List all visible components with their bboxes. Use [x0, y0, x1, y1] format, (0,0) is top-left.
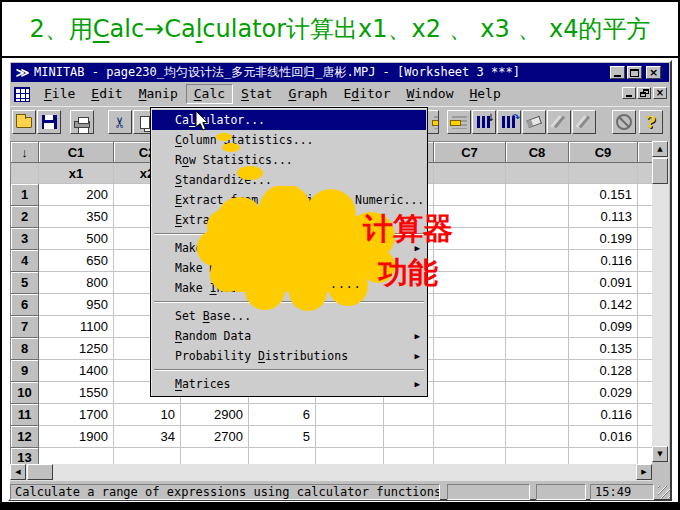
row-number-13[interactable]: 13 — [11, 448, 39, 465]
menu-window[interactable]: Window — [399, 84, 462, 104]
menu-file[interactable]: File — [36, 84, 83, 104]
scroll-left-button[interactable]: ◀ — [10, 464, 26, 480]
cell-c1-r3[interactable]: 500 — [39, 228, 114, 250]
menu-item-row-statistics[interactable]: Row Statistics... — [152, 150, 426, 170]
cell-c3-r13[interactable] — [181, 448, 249, 465]
plot-button[interactable]: ↓ — [472, 110, 496, 134]
menu-help[interactable]: Help — [461, 84, 508, 104]
row-number-3[interactable]: 3 — [11, 228, 39, 250]
cell-c9-r12[interactable]: 0.016 — [569, 426, 638, 448]
cell-c7-r11[interactable] — [434, 404, 506, 426]
brush-button-2[interactable] — [572, 110, 596, 134]
cell-c7-r1[interactable] — [434, 184, 506, 206]
help-button[interactable]: ? — [639, 110, 663, 134]
horizontal-scrollbar[interactable]: ◀ ▶ — [10, 464, 652, 481]
vertical-scrollbar[interactable]: ▲ ▼ — [652, 141, 669, 462]
cell-c7-r8[interactable] — [434, 338, 506, 360]
menu-manip[interactable]: Manip — [131, 84, 186, 104]
cell-c3-r11[interactable]: 2900 — [181, 404, 249, 426]
cell-c1-r5[interactable]: 800 — [39, 272, 114, 294]
cell-c9-r13[interactable] — [569, 448, 638, 465]
menu-item-column-statistics[interactable]: Column Statistics... — [152, 130, 426, 150]
maximize-button[interactable] — [627, 66, 642, 79]
var-name-c8[interactable] — [506, 163, 569, 184]
cancel-button[interactable] — [612, 110, 636, 134]
cell-c6-r13[interactable] — [384, 448, 434, 465]
cell-c9-r11[interactable]: 0.116 — [569, 404, 638, 426]
cell-c5-r12[interactable] — [316, 426, 384, 448]
cell-c1-r11[interactable]: 1700 — [39, 404, 114, 426]
var-name-c1[interactable]: x1 — [39, 163, 114, 184]
cut-button[interactable]: ✂ — [108, 110, 132, 134]
row-number-1[interactable]: 1 — [11, 184, 39, 206]
print-button[interactable] — [70, 110, 94, 134]
cell-c7-r9[interactable] — [434, 360, 506, 382]
cell-c5-r11[interactable] — [316, 404, 384, 426]
row-number-5[interactable]: 5 — [11, 272, 39, 294]
cell-c1-r2[interactable]: 350 — [39, 206, 114, 228]
cell-c7-r7[interactable] — [434, 316, 506, 338]
cell-c2-r12[interactable]: 34 — [114, 426, 181, 448]
cell-c8-r7[interactable] — [506, 316, 569, 338]
cell-c9-r1[interactable]: 0.151 — [569, 184, 638, 206]
cell-c7-r10[interactable] — [434, 382, 506, 404]
open-button[interactable] — [12, 110, 36, 134]
cell-c3-r12[interactable]: 2700 — [181, 426, 249, 448]
cell-c1-r12[interactable]: 1900 — [39, 426, 114, 448]
cell-c9-r4[interactable]: 0.116 — [569, 250, 638, 272]
cell-c8-r1[interactable] — [506, 184, 569, 206]
menu-item-probability-distributions[interactable]: Probability Distributions▶ — [152, 346, 426, 366]
row-number-4[interactable]: 4 — [11, 250, 39, 272]
vertical-scroll-thumb[interactable] — [652, 158, 668, 184]
child-minimize-button[interactable] — [622, 87, 636, 99]
minimize-button[interactable] — [610, 66, 625, 79]
cell-c4-r12[interactable]: 5 — [249, 426, 316, 448]
cell-c8-r9[interactable] — [506, 360, 569, 382]
child-close-button[interactable]: × — [653, 87, 667, 99]
cell-c7-r13[interactable] — [434, 448, 506, 465]
column-header-c8[interactable]: C8 — [506, 142, 569, 163]
save-button[interactable] — [37, 110, 61, 134]
edit-last-dialog-button[interactable]: ↷ — [497, 110, 521, 134]
cell-c7-r12[interactable] — [434, 426, 506, 448]
row-number-8[interactable]: 8 — [11, 338, 39, 360]
cell-c8-r6[interactable] — [506, 294, 569, 316]
cell-c1-r13[interactable] — [39, 448, 114, 465]
menu-calc[interactable]: Calc — [186, 84, 233, 104]
cell-c9-r5[interactable]: 0.091 — [569, 272, 638, 294]
cell-c1-r6[interactable]: 950 — [39, 294, 114, 316]
cell-c9-r8[interactable]: 0.135 — [569, 338, 638, 360]
cell-c8-r12[interactable] — [506, 426, 569, 448]
cell-c7-r6[interactable] — [434, 294, 506, 316]
cell-c6-r12[interactable] — [384, 426, 434, 448]
cell-c9-r7[interactable]: 0.099 — [569, 316, 638, 338]
menu-graph[interactable]: Graph — [280, 84, 335, 104]
row-number-9[interactable]: 9 — [11, 360, 39, 382]
row-number-7[interactable]: 7 — [11, 316, 39, 338]
cell-c4-r11[interactable]: 6 — [249, 404, 316, 426]
cell-c9-r3[interactable]: 0.199 — [569, 228, 638, 250]
cell-c6-r11[interactable] — [384, 404, 434, 426]
insert-cells-button[interactable] — [447, 110, 471, 134]
cell-c9-r9[interactable]: 0.128 — [569, 360, 638, 382]
cell-c2-r11[interactable]: 10 — [114, 404, 181, 426]
column-header-c7[interactable]: C7 — [434, 142, 506, 163]
var-name-c7[interactable] — [434, 163, 506, 184]
menu-item-random-data[interactable]: Random Data▶ — [152, 326, 426, 346]
cell-c9-r10[interactable]: 0.029 — [569, 382, 638, 404]
cell-c1-r4[interactable]: 650 — [39, 250, 114, 272]
cell-c1-r9[interactable]: 1400 — [39, 360, 114, 382]
row-number-12[interactable]: 12 — [11, 426, 39, 448]
child-restore-button[interactable] — [637, 87, 651, 99]
cell-c4-r13[interactable] — [249, 448, 316, 465]
cell-c8-r10[interactable] — [506, 382, 569, 404]
cell-c2-r13[interactable] — [114, 448, 181, 465]
scroll-up-button[interactable]: ▲ — [652, 141, 668, 157]
cell-c9-r2[interactable]: 0.113 — [569, 206, 638, 228]
row-number-11[interactable]: 11 — [11, 404, 39, 426]
row-number-2[interactable]: 2 — [11, 206, 39, 228]
close-button[interactable]: × — [646, 66, 661, 79]
menu-stat[interactable]: Stat — [233, 84, 280, 104]
cell-c8-r8[interactable] — [506, 338, 569, 360]
erase-button[interactable] — [522, 110, 546, 134]
